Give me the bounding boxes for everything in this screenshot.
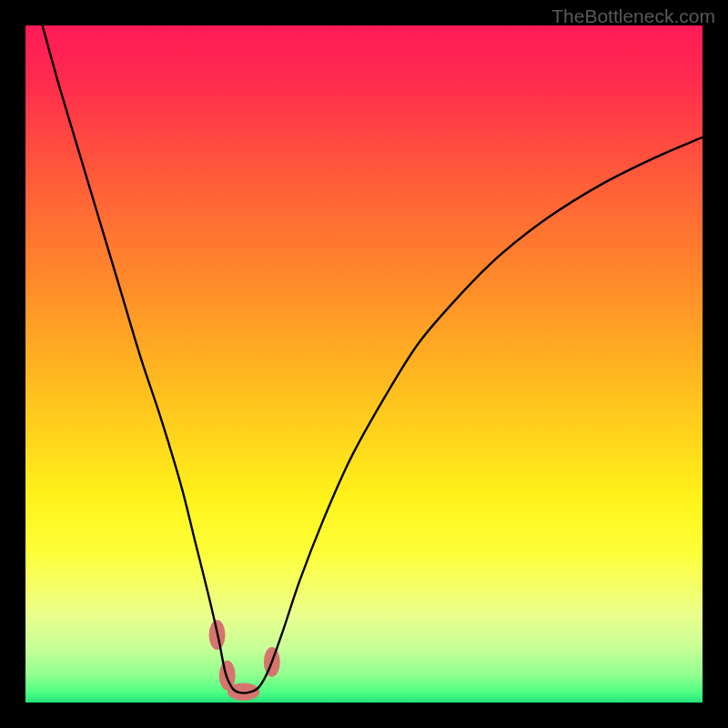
curve-layer — [25, 25, 703, 703]
bottleneck-curve — [43, 25, 703, 693]
chart-frame: TheBottleneck.com — [0, 0, 728, 728]
marker-valley — [228, 682, 260, 700]
markers-group — [209, 620, 280, 701]
watermark-text: TheBottleneck.com — [551, 5, 715, 27]
plot-area — [25, 25, 703, 703]
